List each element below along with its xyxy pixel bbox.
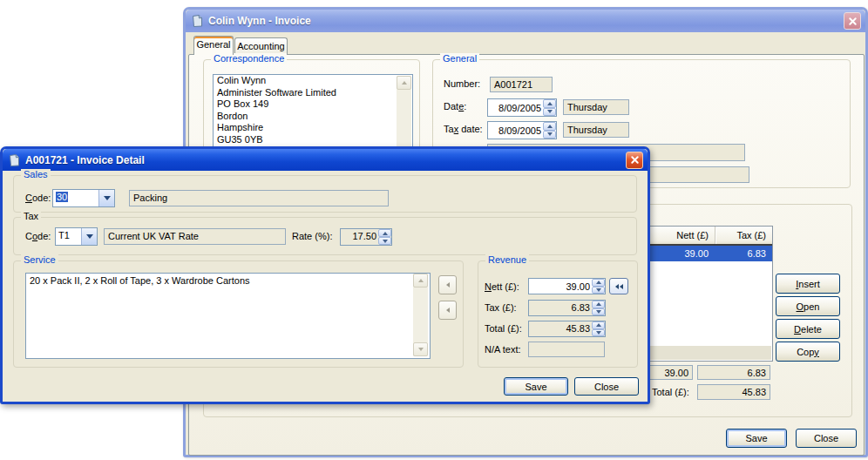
spin-down-button[interactable] xyxy=(378,237,391,245)
revenue-total-label: Total (£): xyxy=(485,323,522,334)
list-item[interactable]: Administer Software Limited xyxy=(214,87,412,99)
arrow-left-icon xyxy=(446,282,450,288)
column-header-tax[interactable]: Tax (£) xyxy=(715,227,772,244)
revenue-group: Revenue Nett (£): Tax (£): 6.83 Total (£… xyxy=(478,260,638,368)
revenue-total-spinner xyxy=(592,321,605,336)
spin-up-button[interactable] xyxy=(592,321,605,329)
arrow-up-icon xyxy=(418,279,424,282)
date-input[interactable] xyxy=(488,99,543,116)
number-label: Number: xyxy=(444,78,480,89)
tab-general[interactable]: General xyxy=(193,36,234,55)
service-prev-button[interactable] xyxy=(438,275,457,294)
close-button-label: Close xyxy=(814,433,838,443)
scrollbar-up-button[interactable] xyxy=(397,76,411,90)
chevron-down-icon xyxy=(104,196,111,200)
open-button-label: Open xyxy=(797,301,820,312)
dialog-title: A001721 - Invoice Detail xyxy=(25,154,621,166)
delete-button[interactable]: Delete xyxy=(776,319,840,339)
revenue-tax-spinfield: 6.83 xyxy=(528,300,606,316)
scrollbar-down-button[interactable] xyxy=(413,342,428,356)
combo-dropdown-button[interactable] xyxy=(81,228,97,245)
spin-up-button[interactable] xyxy=(543,99,556,108)
rate-spinfield: 17.50 xyxy=(340,228,392,246)
spin-up-button[interactable] xyxy=(378,229,391,237)
arrow-down-icon xyxy=(596,288,601,292)
close-button[interactable]: Close xyxy=(796,429,857,448)
spin-up-button[interactable] xyxy=(543,122,556,131)
arrow-down-icon xyxy=(596,331,601,335)
service-group: Service 20 x Pack II, 2 x Roll of Tape, … xyxy=(13,260,464,368)
document-icon xyxy=(7,153,21,167)
revenue-tax-label: Tax (£): xyxy=(485,302,517,313)
save-button[interactable]: Save xyxy=(504,377,568,396)
sales-code-value: 30 xyxy=(53,190,98,206)
close-icon[interactable] xyxy=(626,152,643,169)
sales-code-combobox[interactable]: 30 xyxy=(52,189,115,207)
spin-down-button[interactable] xyxy=(543,131,556,139)
arrow-down-icon xyxy=(596,310,601,314)
tab-accounting[interactable]: Accounting xyxy=(234,37,288,54)
save-button-label: Save xyxy=(525,382,546,392)
row-tax-cell: 6.83 xyxy=(715,246,772,261)
tax-date-input[interactable] xyxy=(488,122,543,139)
invoice-detail-dialog: A001721 - Invoice Detail Sales Code: 30 … xyxy=(0,146,650,404)
spin-up-button[interactable] xyxy=(592,279,605,287)
list-item[interactable]: GU35 0YB xyxy=(214,134,412,146)
open-button[interactable]: Open xyxy=(776,296,840,316)
nett-spinfield xyxy=(528,278,606,294)
sales-code-label: Code: xyxy=(25,193,51,203)
arrow-down-icon xyxy=(547,132,553,136)
service-group-label: Service xyxy=(21,254,58,265)
arrow-left-icon xyxy=(446,308,450,313)
tax-date-spinfield xyxy=(487,121,557,139)
service-textarea[interactable]: 20 x Pack II, 2 x Roll of Tape, 3 x Ward… xyxy=(25,273,431,359)
service-prev-button-2[interactable] xyxy=(438,301,457,320)
scrollbar-up-button[interactable] xyxy=(413,274,428,288)
tax-date-spinner xyxy=(543,122,556,139)
nett-spinner xyxy=(592,279,605,294)
recall-value-button[interactable] xyxy=(609,278,628,294)
combo-dropdown-button[interactable] xyxy=(98,190,114,206)
save-button[interactable]: Save xyxy=(726,429,787,448)
date-spinfield xyxy=(487,98,557,117)
arrow-up-icon xyxy=(383,232,388,235)
spin-down-button[interactable] xyxy=(592,287,605,294)
list-item[interactable]: Hampshire xyxy=(214,122,412,134)
revenue-group-label: Revenue xyxy=(485,254,529,265)
list-item[interactable]: Colin Wynn xyxy=(214,75,412,87)
arrow-down-icon xyxy=(547,110,553,113)
arrow-up-icon xyxy=(596,323,601,327)
spin-down-button[interactable] xyxy=(592,308,605,316)
service-scrollbar[interactable] xyxy=(413,274,428,356)
insert-button[interactable]: Insert xyxy=(776,274,840,294)
invoice-window-titlebar[interactable]: Colin Wynn - Invoice xyxy=(186,10,865,32)
spin-down-button[interactable] xyxy=(592,329,605,337)
tax-code-combobox[interactable]: T1 xyxy=(55,227,98,246)
arrow-up-icon xyxy=(547,125,553,128)
sales-description-field: Packing xyxy=(129,190,389,206)
spin-down-button[interactable] xyxy=(543,108,556,117)
close-button-label: Close xyxy=(594,382,619,392)
rate-spinner xyxy=(378,229,391,245)
tax-code-value: T1 xyxy=(56,228,81,245)
close-button[interactable]: Close xyxy=(574,377,639,396)
date-spinner xyxy=(543,99,556,116)
chevron-down-icon xyxy=(86,234,93,239)
list-item[interactable]: PO Box 149 xyxy=(214,98,412,111)
nett-label: Nett (£): xyxy=(485,281,519,292)
list-item[interactable]: Bordon xyxy=(214,111,412,123)
totals-tax-field: 6.83 xyxy=(697,365,770,380)
copy-button[interactable]: Copy xyxy=(776,342,840,362)
spin-up-button[interactable] xyxy=(592,301,605,308)
close-icon[interactable] xyxy=(844,12,861,30)
nett-input[interactable] xyxy=(529,279,592,294)
tab-general-label: General xyxy=(196,39,230,50)
tax-code-label: Code: xyxy=(25,231,51,241)
date-label: Date: xyxy=(444,101,466,112)
arrow-left-icon xyxy=(620,284,623,289)
dialog-titlebar[interactable]: A001721 - Invoice Detail xyxy=(3,149,648,171)
arrow-left-icon xyxy=(615,284,619,289)
arrow-down-icon xyxy=(383,240,388,243)
tab-accounting-label: Accounting xyxy=(237,41,284,51)
arrow-up-icon xyxy=(547,102,553,105)
